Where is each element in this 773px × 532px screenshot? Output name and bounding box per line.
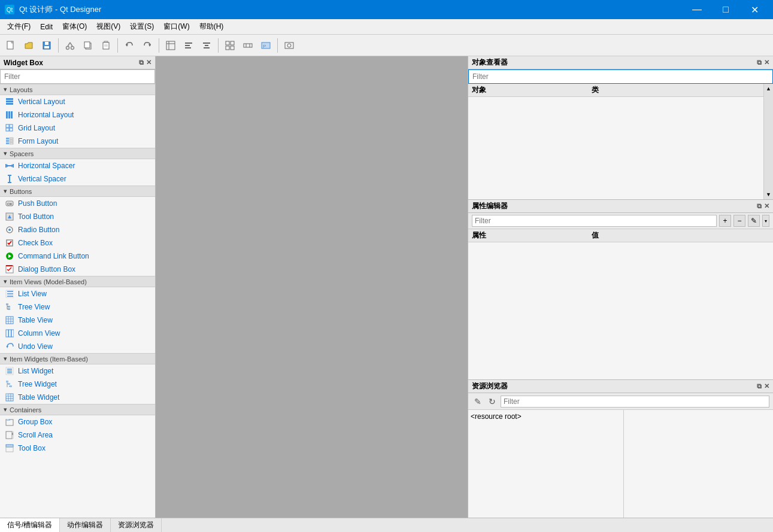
widget-vertical-spacer[interactable]: Vertical Spacer: [0, 172, 155, 186]
tab-resource-browser[interactable]: 资源浏览器: [111, 518, 162, 532]
widget-box: Widget Box ⧉ ✕ ▾ Layouts Vertical Layout: [0, 56, 156, 518]
toolbar-paste[interactable]: [98, 37, 114, 54]
widget-table-view[interactable]: Table View: [0, 314, 155, 327]
menu-view[interactable]: 视图(V): [92, 20, 125, 34]
prop-remove-btn[interactable]: −: [733, 215, 745, 227]
toolbar-undo[interactable]: [121, 37, 138, 54]
prop-configure-btn[interactable]: ✎: [748, 215, 760, 227]
svg-rect-110: [12, 433, 13, 435]
res-edit-btn[interactable]: ✎: [472, 396, 484, 408]
toolbar-grid[interactable]: [222, 37, 238, 54]
minimize-button[interactable]: —: [683, 0, 711, 19]
category-item-views[interactable]: ▾ Item Views (Model-Based): [0, 276, 155, 287]
svg-rect-50: [10, 140, 13, 142]
cmdlink-icon: [5, 251, 14, 261]
widget-tree-view[interactable]: Tree View: [0, 300, 155, 314]
obj-inspector-close[interactable]: ✕: [764, 59, 769, 66]
res-filter-input[interactable]: [501, 396, 769, 408]
widget-list-view[interactable]: List View: [0, 287, 155, 300]
res-root-item[interactable]: <resource root>: [471, 412, 522, 421]
category-item-widgets[interactable]: ▾ Item Widgets (Item-Based): [0, 353, 155, 364]
grid-label: Grid Layout: [18, 124, 55, 132]
widget-group-box[interactable]: title Group Box: [0, 415, 155, 428]
widget-dialog-button-box[interactable]: Dialog Button Box: [0, 263, 155, 276]
widget-push-button[interactable]: OK Push Button: [0, 197, 155, 210]
widget-command-link[interactable]: Command Link Button: [0, 250, 155, 263]
category-buttons-chevron: ▾: [4, 187, 7, 195]
toolbar-align-left[interactable]: [180, 37, 197, 54]
tab-action-editor[interactable]: 动作编辑器: [60, 518, 111, 532]
radio-icon: [5, 225, 14, 235]
toolbar-preview[interactable]: P: [257, 37, 274, 54]
obj-scroll-down[interactable]: ▼: [764, 190, 773, 199]
close-button[interactable]: ✕: [741, 0, 768, 19]
undoview-label: Undo View: [18, 342, 53, 351]
radio-label: Radio Button: [18, 226, 59, 234]
toolbar-save[interactable]: [38, 37, 55, 54]
svg-rect-52: [10, 142, 13, 144]
obj-inspector-float[interactable]: ⧉: [757, 59, 762, 66]
menu-edit[interactable]: Edit: [35, 21, 57, 33]
prop-filter-input[interactable]: [472, 215, 717, 227]
menu-window[interactable]: 窗口(W): [159, 20, 194, 34]
maximize-button[interactable]: □: [712, 0, 739, 19]
widget-vertical-layout[interactable]: Vertical Layout: [0, 95, 155, 108]
canvas-area[interactable]: [156, 56, 468, 518]
toolbar-copy[interactable]: [80, 37, 96, 54]
category-layouts[interactable]: ▾ Layouts: [0, 84, 155, 95]
category-spacers[interactable]: ▾ Spacers: [0, 148, 155, 159]
resource-browser: 资源浏览器 ⧉ ✕ ✎ ↻ <resource root>: [468, 380, 773, 518]
widget-grid-layout[interactable]: Grid Layout: [0, 121, 155, 135]
widget-box-float[interactable]: ⧉: [139, 59, 144, 66]
obj-inspector-filter[interactable]: [468, 69, 773, 84]
widget-box-filter[interactable]: [0, 69, 155, 84]
columnview-label: Column View: [18, 329, 60, 338]
widget-radio-button[interactable]: Radio Button: [0, 223, 155, 236]
toolbar-cut[interactable]: [62, 37, 78, 54]
widget-column-view[interactable]: Column View: [0, 327, 155, 340]
widget-horizontal-layout[interactable]: Horizontal Layout: [0, 108, 155, 121]
menu-help[interactable]: 帮助(H): [195, 20, 229, 34]
menu-settings[interactable]: 设置(S): [125, 20, 159, 34]
widget-form-layout[interactable]: Form Layout: [0, 135, 155, 148]
widget-check-box[interactable]: Check Box: [0, 236, 155, 250]
obj-scroll-up[interactable]: ▲: [764, 84, 773, 93]
prop-more-btn[interactable]: ▾: [762, 215, 769, 227]
window-title: Qt 设计师 - Qt Designer: [19, 4, 101, 15]
widget-horizontal-spacer[interactable]: Horizontal Spacer: [0, 159, 155, 172]
prop-add-btn[interactable]: +: [719, 215, 731, 227]
toolbar-widget-editor[interactable]: [162, 37, 179, 54]
svg-rect-39: [6, 103, 13, 105]
widget-undo-view[interactable]: Undo View: [0, 340, 155, 353]
prop-editor-float[interactable]: ⧉: [757, 202, 762, 210]
toolbar-redo[interactable]: [139, 37, 156, 54]
category-item-widgets-chevron: ▾: [4, 355, 7, 363]
widget-scroll-area[interactable]: Scroll Area: [0, 428, 155, 442]
prop-table-header: 属性 值: [468, 229, 773, 242]
menu-form[interactable]: 窗体(O): [57, 20, 92, 34]
svg-line-7: [68, 42, 70, 47]
toolbar-open[interactable]: [20, 37, 37, 54]
toolbar-new[interactable]: [2, 37, 19, 54]
category-spacers-label: Spacers: [10, 150, 34, 157]
toolbar-screenshot[interactable]: [281, 37, 298, 54]
widget-tree-widget[interactable]: Tree Widget: [0, 378, 155, 391]
menu-file[interactable]: 文件(F): [2, 20, 35, 34]
resource-browser-close[interactable]: ✕: [764, 382, 769, 390]
prop-editor-close[interactable]: ✕: [764, 202, 769, 210]
widget-tool-box[interactable]: Tool Box: [0, 442, 155, 455]
res-refresh-btn[interactable]: ↻: [486, 396, 498, 408]
obj-scroll-track: [764, 93, 773, 190]
category-buttons[interactable]: ▾ Buttons: [0, 186, 155, 197]
svg-rect-104: [6, 394, 8, 396]
category-containers[interactable]: ▾ Containers: [0, 404, 155, 415]
prop-col-property: 属性: [472, 230, 592, 241]
widget-table-widget[interactable]: Table Widget: [0, 391, 155, 404]
resource-browser-float[interactable]: ⧉: [757, 382, 762, 390]
widget-tool-button[interactable]: Tool Button: [0, 210, 155, 223]
toolbar-align-center[interactable]: [198, 37, 215, 54]
tab-signal-slot[interactable]: 信号/槽编辑器: [0, 518, 60, 532]
widget-box-close[interactable]: ✕: [146, 59, 151, 66]
toolbar-break-layout[interactable]: [240, 37, 256, 54]
widget-list-widget[interactable]: List Widget: [0, 364, 155, 378]
